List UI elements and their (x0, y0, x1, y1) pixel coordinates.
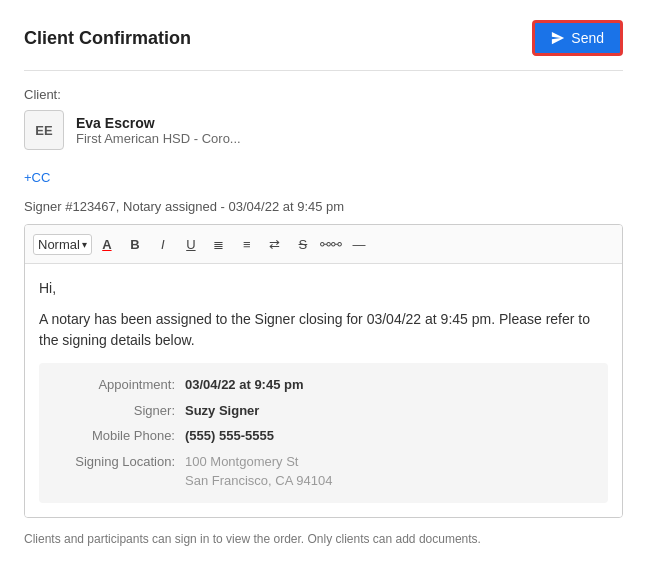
editor-greeting: Hi, (39, 278, 608, 299)
client-avatar: EE (24, 110, 64, 150)
editor-body-text: A notary has been assigned to the Signer… (39, 309, 608, 351)
email-editor: Normal ▾ A B I U ≣ ≡ ⇄ (24, 224, 623, 518)
link-button[interactable]: ⚯⚯ (318, 231, 344, 257)
client-name: Eva Escrow (76, 115, 241, 131)
signer-value: Suzy Signer (185, 401, 259, 421)
client-info: Eva Escrow First American HSD - Coro... (76, 115, 241, 146)
italic-button[interactable]: I (150, 231, 176, 257)
hr-icon: — (352, 237, 365, 252)
appointment-label: Appointment: (55, 375, 185, 395)
bold-button[interactable]: B (122, 231, 148, 257)
location-value: 100 Montgomery StSan Francisco, CA 94104 (185, 452, 332, 491)
location-label: Signing Location: (55, 452, 185, 491)
chevron-down-icon: ▾ (82, 239, 87, 250)
location-row: Signing Location: 100 Montgomery StSan F… (55, 452, 592, 491)
phone-row: Mobile Phone: (555) 555-5555 (55, 426, 592, 446)
client-company: First American HSD - Coro... (76, 131, 241, 146)
font-color-icon: A (102, 237, 111, 252)
signer-label: Signer: (55, 401, 185, 421)
appointment-row: Appointment: 03/04/22 at 9:45 pm (55, 375, 592, 395)
unordered-list-button[interactable]: ≡ (234, 231, 260, 257)
phone-value: (555) 555-5555 (185, 426, 274, 446)
send-icon (551, 31, 565, 45)
bold-icon: B (130, 237, 139, 252)
underline-icon: U (186, 237, 195, 252)
subject-line: Signer #123467, Notary assigned - 03/04/… (24, 199, 623, 214)
send-button-label: Send (571, 30, 604, 46)
align-button[interactable]: ⇄ (262, 231, 288, 257)
style-dropdown[interactable]: Normal ▾ (33, 234, 92, 255)
align-icon: ⇄ (269, 237, 280, 252)
client-label: Client: (24, 87, 623, 102)
font-color-button[interactable]: A (94, 231, 120, 257)
cc-link[interactable]: +CC (24, 170, 50, 185)
dialog-title: Client Confirmation (24, 28, 191, 49)
hr-button[interactable]: — (346, 231, 372, 257)
unordered-list-icon: ≡ (243, 237, 251, 252)
signer-row: Signer: Suzy Signer (55, 401, 592, 421)
footer-note: Clients and participants can sign in to … (24, 532, 623, 546)
appointment-value: 03/04/22 at 9:45 pm (185, 375, 304, 395)
style-label: Normal (38, 237, 80, 252)
editor-toolbar: Normal ▾ A B I U ≣ ≡ ⇄ (25, 225, 622, 264)
strikethrough-icon: S (299, 237, 308, 252)
client-confirmation-dialog: Client Confirmation Send Client: EE Eva … (0, 0, 647, 566)
strikethrough-button[interactable]: S (290, 231, 316, 257)
ordered-list-button[interactable]: ≣ (206, 231, 232, 257)
ordered-list-icon: ≣ (213, 237, 224, 252)
send-button[interactable]: Send (532, 20, 623, 56)
info-table: Appointment: 03/04/22 at 9:45 pm Signer:… (39, 363, 608, 503)
phone-label: Mobile Phone: (55, 426, 185, 446)
client-row: EE Eva Escrow First American HSD - Coro.… (24, 110, 623, 150)
underline-button[interactable]: U (178, 231, 204, 257)
italic-icon: I (161, 237, 165, 252)
editor-body[interactable]: Hi, A notary has been assigned to the Si… (25, 264, 622, 517)
client-section: Client: EE Eva Escrow First American HSD… (24, 87, 623, 150)
dialog-header: Client Confirmation Send (24, 20, 623, 71)
link-icon: ⚯⚯ (320, 237, 342, 252)
